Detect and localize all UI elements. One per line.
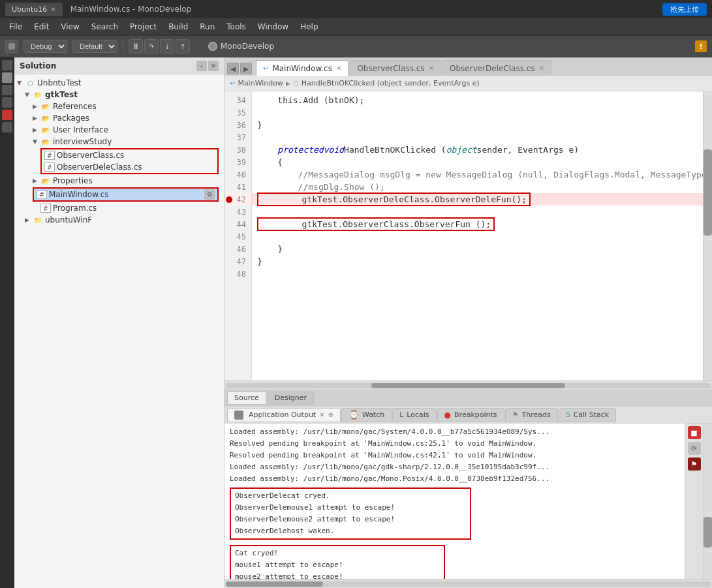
stop-button[interactable] [5, 40, 18, 53]
tab-mainwindow[interactable]: ↩ MainWindow.cs ✕ [256, 60, 348, 76]
tree-item-program[interactable]: # Program.cs [14, 202, 224, 214]
tab-mainwindow-close[interactable]: ✕ [336, 65, 341, 72]
tab-threads-label: Threads [521, 410, 550, 419]
code-lines[interactable]: this.Add (btnOK); } protected void Handl… [252, 91, 703, 380]
tab-breakpoints[interactable]: ● Breakpoints [437, 408, 504, 422]
tree-item-interviewstudy[interactable]: ▼ 📂 interviewStudy [14, 136, 224, 147]
dock-item[interactable] [2, 85, 12, 95]
tab-observerdeleclass[interactable]: ObserverDeleClass.cs ✕ [442, 60, 551, 76]
scrollbar-track-h[interactable] [226, 383, 711, 388]
tab-observerclass[interactable]: ObserverClass.cs ✕ [350, 60, 441, 76]
dock-item[interactable] [2, 60, 12, 70]
tab-close-btn[interactable]: ✕ [50, 6, 55, 13]
menu-help[interactable]: Help [295, 21, 323, 33]
output-scrollbar-thumb-h [226, 581, 323, 587]
breadcrumb-class[interactable]: MainWindow [238, 79, 283, 87]
upload-btn[interactable]: 抢先上传 [662, 3, 707, 16]
breakpoints-icon: ● [444, 410, 451, 420]
warning-icon[interactable]: ! [695, 40, 707, 52]
folder-icon: 📂 [40, 176, 51, 185]
code-line-44: gtkTest.ObserverClass.ObserverFun (); [252, 218, 703, 230]
menu-project[interactable]: Project [125, 21, 162, 33]
tab-mainwindow-label: MainWindow.cs [272, 64, 332, 73]
step-out-btn[interactable]: ↑ [176, 39, 190, 54]
menu-file[interactable]: File [4, 21, 27, 33]
dock-item[interactable] [2, 122, 12, 132]
solution-collapse-btn[interactable]: – [196, 61, 207, 71]
tree-item-unbntutest[interactable]: ▼ ⬡ UnbntuTest [14, 77, 224, 89]
tab-watch[interactable]: ⌚ Watch [341, 408, 392, 422]
code-line-39: { [252, 156, 703, 168]
tab-breakpoints-label: Breakpoints [454, 410, 497, 419]
nav-back-btn[interactable]: ◀ [227, 63, 239, 74]
output-scrollbar-v[interactable] [703, 424, 712, 579]
toolbar-divider [123, 40, 123, 53]
tree-item-gtktest[interactable]: ▼ 📁 gtkTest [14, 89, 224, 101]
dock-item[interactable] [2, 97, 12, 108]
tree-item-properties[interactable]: ▶ 📂 Properties [14, 175, 224, 187]
tree-arrow-icon: ▼ [25, 91, 33, 98]
menu-search[interactable]: Search [86, 21, 123, 33]
tree-item-references[interactable]: ▶ 📂 References [14, 101, 224, 112]
dock-item[interactable] [2, 110, 12, 120]
line-num-40: 40 [224, 168, 251, 181]
tree-label-program: Program.cs [53, 204, 97, 213]
breadcrumb-bar: ↩ MainWindow ▶ ⬡ HandleBtnOKClicked (obj… [224, 76, 712, 91]
tab-source[interactable]: Source [227, 392, 266, 405]
breadcrumb-method[interactable]: HandleBtnOKClicked (object sender, Event… [302, 79, 480, 87]
menu-build[interactable]: Build [163, 21, 193, 33]
tab-locals[interactable]: L Locals [392, 408, 436, 422]
tree-item-ubuntuwinf[interactable]: ▶ 📁 ubuntuWinF [14, 214, 224, 226]
output-content[interactable]: Loaded assembly: /usr/lib/mono/gac/Syste… [224, 424, 685, 579]
tree-label-userinterface: User Interface [53, 125, 108, 134]
menu-window[interactable]: Window [253, 21, 294, 33]
tab-observerclass-label: ObserverClass.cs [357, 64, 424, 73]
tab-observerclass-close[interactable]: ✕ [429, 65, 434, 72]
line-num-35: 35 [224, 106, 251, 119]
pause-btn[interactable]: ⏸ [129, 39, 143, 54]
tab-threads[interactable]: ⚑ Threads [505, 408, 558, 422]
tab-callstack[interactable]: S Call Stack [559, 408, 616, 422]
tree-item-observerclass[interactable]: # ObserverClass.cs [42, 149, 217, 161]
tree-item-observerdeleclass[interactable]: # ObserverDeleClass.cs [42, 161, 217, 173]
debug-select[interactable]: Debug [23, 40, 67, 53]
tree-item-packages[interactable]: ▶ 📂 Packages [14, 112, 224, 124]
nav-fwd-btn[interactable]: ▶ [240, 63, 252, 74]
output-scrollbar-h[interactable] [224, 579, 712, 588]
solution-close-btn[interactable]: ✕ [208, 61, 219, 71]
solution-header: Solution – ✕ [14, 57, 224, 74]
tab-observerdeleclass-close[interactable]: ✕ [539, 65, 544, 72]
output-btn-1[interactable]: ⟳ [688, 442, 701, 455]
ubuntu16-tab[interactable]: Ubuntu16 ✕ [5, 3, 63, 16]
menu-tools[interactable]: Tools [221, 21, 251, 33]
title-bar: Ubuntu16 ✕ MainWindow.cs - MonoDevelop 抢… [0, 0, 712, 18]
code-scrollbar-h[interactable] [224, 380, 712, 390]
output-scrollbar-track[interactable] [226, 581, 711, 587]
toolbar-transport: ⏸ ↷ ↓ ↑ [129, 39, 190, 54]
line-numbers: 34 35 36 37 38 39 40 41 42 43 44 45 46 4… [224, 91, 252, 380]
callstack-icon: S [566, 410, 570, 419]
output-stop-btn[interactable]: ■ [688, 426, 701, 439]
tab-app-output-close[interactable]: ✕ [319, 411, 324, 418]
code-scrollbar-v[interactable] [703, 91, 712, 380]
tab-designer[interactable]: Designer [268, 392, 314, 405]
output-btn-2[interactable]: ⚑ [688, 457, 701, 471]
ubuntu16-label: Ubuntu16 [12, 5, 47, 14]
menu-edit[interactable]: Edit [29, 21, 54, 33]
step-over-btn[interactable]: ↷ [144, 39, 159, 54]
default-select[interactable]: Default [72, 40, 117, 53]
settings-btn[interactable]: ⚙ [204, 189, 215, 200]
tab-app-output[interactable]: Application Output ✕ ⊕ [227, 408, 341, 422]
tree-item-userinterface[interactable]: ▶ 📂 User Interface [14, 124, 224, 136]
step-in-btn[interactable]: ↓ [160, 39, 174, 54]
menu-view[interactable]: View [55, 21, 84, 33]
tree-label-gtktest: gtkTest [45, 90, 78, 99]
ubuntu-dock [0, 57, 14, 588]
solution-tree: ▼ ⬡ UnbntuTest ▼ 📁 gtkTest ▶ 📂 Reference… [14, 74, 224, 588]
tree-item-mainwindow[interactable]: # MainWindow.cs [34, 189, 204, 200]
menu-run[interactable]: Run [194, 21, 220, 33]
line-num-34: 34 [224, 94, 251, 106]
tab-app-output-pin[interactable]: ⊕ [328, 411, 333, 418]
tab-source-label: Source [234, 394, 259, 402]
dock-item[interactable] [2, 72, 12, 83]
